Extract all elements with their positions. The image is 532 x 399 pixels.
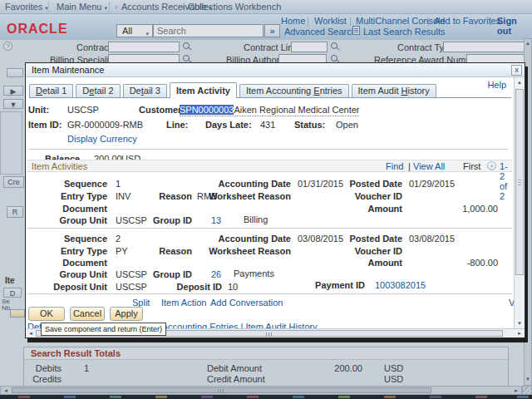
group-id-label: Group ID — [153, 269, 192, 279]
amount-value: -800.00 — [467, 258, 498, 268]
item-activities-title: Item Activities — [32, 161, 87, 171]
scroll-left-icon[interactable]: ◄ — [27, 329, 35, 337]
amount-value: 1,000.00 — [462, 204, 498, 214]
line-label: Line: — [166, 120, 188, 130]
find-link[interactable]: Find — [386, 161, 403, 171]
sequence-value: 1 — [116, 179, 121, 189]
display-currency-link[interactable]: Display Currency — [67, 134, 137, 144]
accounting-date-value: 01/31/2015 — [298, 179, 343, 189]
modal-tabs: Detail 1 Detail 2 Detail 3 Item Activity… — [29, 82, 511, 98]
group-unit-label: Group Unit — [60, 269, 107, 279]
worksheet-reason-label: Worksheet Reason — [209, 246, 291, 256]
deposit-id-value: 10 — [228, 282, 238, 292]
tab-detail-3[interactable]: Detail 3 — [123, 84, 167, 97]
worksheet-reason-label: Worksheet Reason — [209, 191, 291, 201]
modal-body: Help Detail 1 Detail 2 Detail 3 Item Act… — [26, 77, 525, 328]
entry-type-value: INV — [116, 191, 131, 201]
item-action-link[interactable]: Item Action — [161, 298, 206, 308]
cancel-button[interactable]: Cancel — [70, 307, 105, 321]
screen: Favorites ▾ Main Menu ▾ › Accounts Recei… — [0, 0, 532, 399]
deposit-id-label: Deposit ID — [177, 282, 222, 292]
reason-label: Reason — [159, 246, 192, 256]
voucher-id-label: Voucher ID — [355, 246, 402, 256]
group-unit-value: USCSP — [116, 269, 147, 279]
item-activities-bar: Item Activities Find | View All First ‹ … — [27, 160, 512, 172]
scroll-down-icon[interactable]: ▼ — [515, 319, 525, 328]
close-icon[interactable]: x — [511, 65, 522, 76]
tab-detail-1[interactable]: Detail 1 — [29, 84, 73, 97]
tab-detail-2[interactable]: Detail 2 — [76, 84, 120, 97]
modal-title: Item Maintenance — [26, 65, 104, 75]
scrollbar-thumb[interactable] — [515, 89, 524, 275]
amount-label: Amount — [367, 204, 402, 214]
tab-item-activity[interactable]: Item Activity — [170, 82, 237, 98]
item-id-label: Item ID: — [28, 120, 62, 130]
status-value: Open — [336, 120, 358, 130]
scroll-right-icon[interactable]: ► — [515, 329, 524, 337]
voucher-id-label: Voucher ID — [355, 191, 402, 201]
posted-date-value: 01/29/2015 — [409, 179, 455, 189]
source-value: Payments — [234, 268, 274, 278]
reason-label: Reason — [159, 191, 192, 201]
posted-date-value: 03/08/2015 — [409, 234, 455, 244]
payment-id-label: Payment ID — [315, 280, 365, 290]
status-label: Status: — [294, 120, 325, 130]
customer-label: Customer: — [139, 105, 185, 115]
activity-divider — [27, 228, 512, 229]
group-id-label: Group ID — [153, 215, 192, 225]
accounting-date-label: Accounting Date — [219, 179, 291, 189]
activity-divider — [27, 293, 512, 294]
posted-date-label: Posted Date — [349, 179, 402, 189]
group-id-link[interactable]: 13 — [211, 215, 221, 225]
customer-name: Aiken Regional Medical Center — [234, 105, 359, 115]
view-all-link[interactable]: View All — [413, 161, 445, 171]
ok-button[interactable]: OK — [28, 307, 65, 321]
entry-type-value: PY — [116, 246, 128, 256]
pager-first-label: First — [463, 161, 480, 171]
sequence-value: 2 — [116, 234, 121, 244]
save-tooltip: Save component and return (Enter) — [41, 323, 166, 336]
item-maintenance-modal: Item Maintenance x Help Detail 1 Detail … — [25, 62, 525, 338]
days-late-label: Days Late: — [205, 120, 252, 130]
tab-item-audit-history[interactable]: Item Audit History — [352, 84, 436, 97]
entry-type-label: Entry Type — [61, 246, 107, 256]
group-id-link[interactable]: 26 — [211, 269, 221, 279]
deposit-unit-value: USCSP — [116, 282, 147, 292]
customer-id[interactable]: SPN0000003 — [180, 105, 234, 115]
entry-type-label: Entry Type — [61, 191, 107, 201]
days-late-value: 431 — [260, 120, 275, 130]
unit-value: USCSP — [67, 105, 99, 115]
document-label: Document — [62, 258, 107, 268]
sequence-label: Sequence — [64, 179, 107, 189]
pager-range: 1-2 of 2 — [500, 161, 512, 201]
accounting-date-value: 03/08/2015 — [298, 234, 343, 244]
apply-button[interactable]: Apply — [110, 307, 143, 321]
scroll-up-icon[interactable]: ▲ — [515, 78, 525, 86]
source-value: Billing — [244, 214, 268, 224]
pipe-separator: | — [408, 161, 411, 171]
accounting-date-label: Accounting Date — [219, 234, 291, 244]
deposit-unit-label: Deposit Unit — [53, 282, 107, 292]
amount-label: Amount — [367, 258, 402, 268]
divider — [29, 149, 508, 150]
group-unit-value: USCSP — [116, 215, 147, 225]
posted-date-label: Posted Date — [349, 234, 402, 244]
payment-id-link[interactable]: 1003082015 — [375, 280, 426, 290]
document-label: Document — [62, 204, 107, 214]
sequence-label: Sequence — [64, 234, 107, 244]
add-conversation-link[interactable]: Add Conversation — [210, 298, 283, 308]
tab-item-accounting-entries[interactable]: Item Accounting Entries — [239, 84, 349, 97]
pager-prev-icon[interactable]: ‹ — [487, 161, 496, 170]
customer-value[interactable]: SPN0000003Aiken Regional Medical Center — [180, 105, 359, 116]
modal-vertical-scrollbar[interactable]: ▲ ▼ — [514, 77, 525, 328]
unit-label: Unit: — [28, 105, 49, 115]
modal-titlebar: Item Maintenance x — [26, 63, 525, 77]
item-id-value: GR-0000009-RMB — [67, 120, 143, 130]
group-unit-label: Group Unit — [60, 215, 107, 225]
